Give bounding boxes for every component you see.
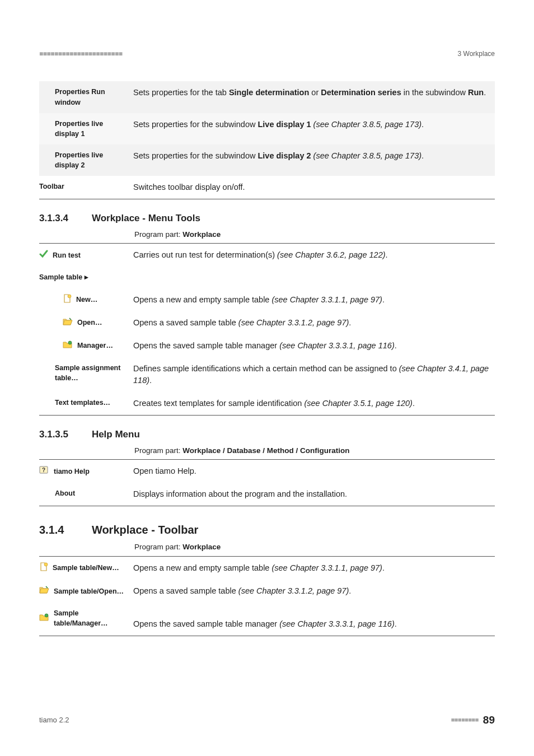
text: . bbox=[349, 318, 351, 327]
row-desc: Opens a saved sample table (see Chapter … bbox=[133, 580, 495, 603]
row-label: Sample table/Open… bbox=[39, 580, 133, 603]
menu-tools-table: Run test Carries out run test for determ… bbox=[39, 243, 495, 416]
italic-text: (see Chapter 3.3.3.1, page 116) bbox=[279, 341, 395, 350]
text: Creates text templates for sample identi… bbox=[133, 399, 304, 408]
italic-text: (see Chapter 3.8.5, page 173) bbox=[311, 120, 422, 129]
row-desc: Defines sample identifications which a c… bbox=[133, 357, 495, 392]
folder-open-icon bbox=[63, 317, 73, 329]
folder-open-icon bbox=[39, 585, 49, 597]
label-text: Sample table/Manager… bbox=[54, 608, 129, 628]
menu-view-table: Properties Run window Sets properties fo… bbox=[39, 81, 495, 199]
row-label: Sample table/New… bbox=[39, 556, 133, 580]
row-desc: Opens the saved sample table manager (se… bbox=[133, 603, 495, 636]
row-label: Open… bbox=[39, 311, 133, 334]
text: . bbox=[421, 120, 424, 129]
section-title: Workplace - Toolbar bbox=[92, 524, 198, 536]
program-part: Program part: Workplace bbox=[134, 229, 495, 240]
checkmark-icon bbox=[39, 249, 48, 261]
footer-dashes: ■■■■■■■■ bbox=[451, 716, 479, 725]
svg-point-0 bbox=[68, 295, 71, 298]
row-label: Properties live display 1 bbox=[39, 113, 133, 144]
italic-text: (see Chapter 3.3.1.2, page 97) bbox=[238, 586, 349, 595]
italic-text: (see Chapter 3.3.1.1, page 97) bbox=[271, 295, 382, 304]
section-title: Help Menu bbox=[92, 429, 140, 440]
italic-text: (see Chapter 3.3.1.2, page 97) bbox=[238, 318, 349, 327]
row-desc: Carries out run test for determination(s… bbox=[133, 244, 495, 267]
section-3134-heading: 3.1.3.4 Workplace - Menu Tools bbox=[39, 212, 495, 226]
row-desc: Sets properties for the subwindow Live d… bbox=[133, 144, 495, 176]
row-label: ? tiamo Help bbox=[39, 460, 133, 483]
header-dashes: ■■■■■■■■■■■■■■■■■■■■■■ bbox=[39, 49, 122, 59]
text: . bbox=[386, 250, 388, 259]
italic-text: (see Chapter 3.5.1, page 120) bbox=[304, 399, 412, 408]
row-desc: Displays information about the program a… bbox=[133, 483, 495, 506]
section-title: Workplace - Menu Tools bbox=[92, 213, 200, 223]
label-text: Run test bbox=[53, 250, 81, 260]
bold-text: Run bbox=[468, 88, 484, 97]
svg-point-5 bbox=[45, 614, 48, 617]
row-desc: Opens a saved sample table (see Chapter … bbox=[133, 311, 495, 334]
row-desc: Sets properties for the subwindow Live d… bbox=[133, 113, 495, 144]
bold-text: Workplace bbox=[182, 543, 221, 551]
row-label: Properties live display 2 bbox=[39, 144, 133, 176]
text: . bbox=[395, 341, 397, 350]
text: in the subwindow bbox=[401, 88, 468, 97]
row-label: Toolbar bbox=[39, 176, 133, 199]
new-file-icon bbox=[63, 294, 72, 306]
row-desc: Sets properties for the tab Single deter… bbox=[133, 81, 495, 113]
text: . bbox=[382, 295, 385, 304]
text: Program part: bbox=[134, 230, 182, 239]
text: Opens a saved sample table bbox=[133, 586, 238, 595]
svg-point-4 bbox=[44, 563, 48, 566]
row-desc: Opens a new and empty sample table (see … bbox=[133, 556, 495, 580]
label-text: Open… bbox=[77, 318, 102, 328]
italic-text: (see Chapter 3.8.5, page 173) bbox=[311, 151, 422, 160]
row-desc bbox=[133, 267, 495, 288]
program-part: Program part: Workplace bbox=[134, 542, 495, 553]
text: . bbox=[421, 151, 424, 160]
svg-point-1 bbox=[68, 341, 72, 344]
row-desc: Opens the saved sample table manager (se… bbox=[133, 334, 495, 357]
label-text: Manager… bbox=[77, 340, 113, 351]
text: Program part: bbox=[134, 446, 182, 455]
label-text: tiamo Help bbox=[54, 466, 90, 477]
row-label: New… bbox=[39, 288, 133, 311]
row-desc: Opens a new and empty sample table (see … bbox=[133, 288, 495, 311]
toolbar-table: Sample table/New… Opens a new and empty … bbox=[39, 556, 495, 636]
text: . bbox=[382, 563, 385, 572]
text: Opens a new and empty sample table bbox=[133, 563, 271, 572]
text: or bbox=[309, 88, 321, 97]
text: . bbox=[395, 619, 397, 628]
text: . bbox=[349, 586, 351, 595]
text: Opens the saved sample table manager bbox=[133, 341, 279, 350]
row-label: Manager… bbox=[39, 334, 133, 357]
italic-text: (see Chapter 3.3.1.1, page 97) bbox=[271, 563, 382, 572]
row-desc: Creates text templates for sample identi… bbox=[133, 392, 495, 416]
text: . bbox=[149, 376, 152, 385]
row-label: Properties Run window bbox=[39, 81, 133, 113]
text: Opens a new and empty sample table bbox=[133, 295, 271, 304]
text: Opens the saved sample table manager bbox=[133, 619, 279, 628]
text: Defines sample identifications which a c… bbox=[133, 364, 399, 373]
section-3135-heading: 3.1.3.5 Help Menu bbox=[39, 428, 495, 442]
section-number: 3.1.3.5 bbox=[39, 428, 90, 442]
program-part: Program part: Workplace / Database / Met… bbox=[134, 445, 495, 456]
text: Opens a saved sample table bbox=[133, 318, 238, 327]
label-text: New… bbox=[76, 295, 97, 305]
text: Sets properties for the subwindow bbox=[133, 120, 257, 129]
row-desc: Open tiamo Help. bbox=[133, 460, 495, 483]
help-menu-table: ? tiamo Help Open tiamo Help. About Disp… bbox=[39, 459, 495, 506]
label-text: Sample table/New… bbox=[53, 563, 119, 573]
product-name: tiamo 2.2 bbox=[39, 715, 69, 726]
label-text: Sample table/Open… bbox=[54, 586, 124, 596]
page-header: ■■■■■■■■■■■■■■■■■■■■■■ 3 Workplace bbox=[39, 49, 495, 59]
row-label: Sample table ▸ bbox=[39, 267, 133, 288]
text: . bbox=[484, 88, 486, 97]
new-file-icon bbox=[39, 562, 48, 574]
row-label: Text templates… bbox=[39, 392, 133, 416]
bold-text: Live display 2 bbox=[257, 151, 311, 160]
bold-text: Workplace bbox=[182, 230, 221, 239]
folder-manager-icon bbox=[63, 340, 73, 352]
page-footer: tiamo 2.2 ■■■■■■■■ 89 bbox=[39, 712, 495, 728]
bold-text: Single determination bbox=[229, 88, 309, 97]
